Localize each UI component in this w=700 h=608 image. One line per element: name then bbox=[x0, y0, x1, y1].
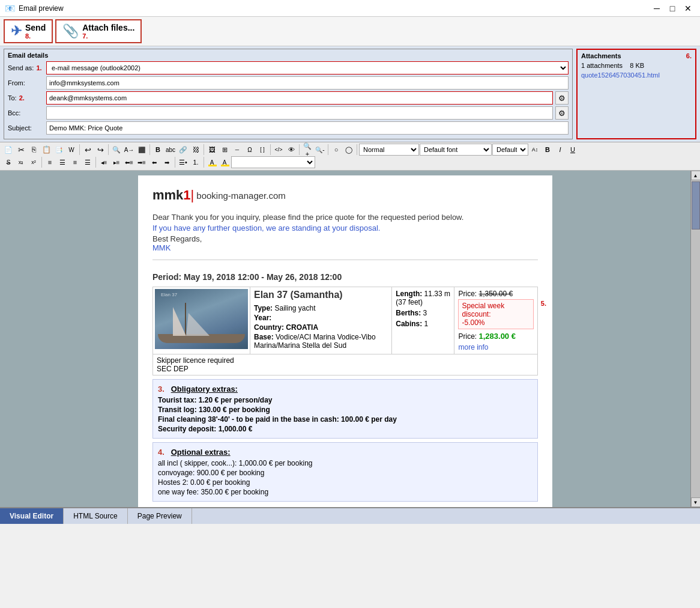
font-select[interactable]: Default font bbox=[420, 144, 492, 156]
tb-paste[interactable]: 📋 bbox=[40, 144, 52, 156]
tb-dir-rtl[interactable]: ➡ bbox=[161, 156, 173, 168]
length-row: Length: 11.33 m (37 feet) bbox=[396, 290, 450, 306]
attachment-file[interactable]: quote1526457030451.html bbox=[581, 71, 692, 79]
tb-zoomout[interactable]: 🔍- bbox=[314, 144, 326, 156]
tb-unlink[interactable]: ⛓ bbox=[190, 144, 202, 156]
style-dropdown-2[interactable] bbox=[231, 156, 315, 168]
skipper-text: Skipper licence required bbox=[157, 356, 534, 365]
tb-align-left[interactable]: ≡ bbox=[44, 156, 56, 168]
optional-header: 4. Optional extras: bbox=[158, 448, 533, 457]
style-select[interactable]: Normal bbox=[359, 144, 419, 156]
tb-i[interactable]: I bbox=[554, 144, 566, 156]
tb-img[interactable]: 🖼 bbox=[206, 144, 218, 156]
tb-dir-ltr[interactable]: ⬅ bbox=[148, 156, 160, 168]
tb-ol[interactable]: 1. bbox=[190, 156, 202, 168]
tb-link[interactable]: 🔗 bbox=[177, 144, 189, 156]
tb-indent-less[interactable]: ◂≡ bbox=[98, 156, 110, 168]
scroll-down-btn[interactable]: ▼ bbox=[691, 497, 701, 507]
tb-color[interactable]: A bbox=[206, 156, 218, 168]
close-button[interactable]: ✕ bbox=[681, 3, 695, 14]
inner-content: mmk 1 | booking-manager.com Dear Thank y… bbox=[138, 175, 552, 507]
tab-html-source[interactable]: HTML Source bbox=[64, 508, 128, 524]
tab-page-preview-label: Page Preview bbox=[137, 512, 182, 520]
tb-bold2[interactable]: B bbox=[152, 144, 164, 156]
mmk-link[interactable]: MMK bbox=[152, 243, 538, 252]
attachments-title: Attachments bbox=[581, 52, 621, 59]
tb-table[interactable]: ⊞ bbox=[219, 144, 231, 156]
price-label: Price: bbox=[458, 290, 478, 298]
tb-pasteword[interactable]: W bbox=[65, 144, 77, 156]
main-toolbar: ✈ Send 8. 📎 Attach files... 7. bbox=[0, 17, 700, 46]
send-as-select[interactable]: e-mail message (outlook2002) bbox=[46, 61, 569, 74]
skipper-cell: Skipper licence required SEC DEP bbox=[153, 354, 538, 375]
tb-new[interactable]: 📄 bbox=[2, 144, 14, 156]
tb-indent[interactable]: ➡≡ bbox=[136, 156, 148, 168]
bottom-tabs: Visual Editor HTML Source Page Preview bbox=[0, 507, 700, 524]
more-info-link[interactable]: more info bbox=[458, 343, 488, 351]
tb-circle2[interactable]: ◯ bbox=[343, 144, 355, 156]
editor-scroll[interactable]: mmk 1 | booking-manager.com Dear Thank y… bbox=[0, 171, 690, 507]
yacht-row: Elan 37 Elan 37 (Samantha) Type: Sailing… bbox=[153, 287, 538, 354]
tb-size-icon[interactable]: A↕ bbox=[529, 144, 541, 156]
attachments-size: 8 KB bbox=[630, 62, 644, 69]
bcc-gear-button[interactable]: ⚙ bbox=[555, 106, 569, 120]
tb-zoomin[interactable]: 🔍+ bbox=[301, 144, 313, 156]
tb-iframe[interactable]: [ ] bbox=[256, 144, 268, 156]
yacht-specs-cell: Length: 11.33 m (37 feet) Berths: 3 Cabi… bbox=[392, 287, 454, 354]
tb-sub[interactable]: x₂ bbox=[15, 156, 27, 168]
tb-special[interactable]: Ω bbox=[244, 144, 256, 156]
regards-text: Best Regards, bbox=[152, 234, 538, 243]
tb-align-center[interactable]: ☰ bbox=[56, 156, 68, 168]
tb-selectall[interactable]: ⬛ bbox=[136, 144, 148, 156]
tb-b[interactable]: B bbox=[542, 144, 554, 156]
minimize-button[interactable]: ─ bbox=[650, 3, 664, 14]
price-original: 1,350.00 € bbox=[478, 290, 513, 298]
base-label: Base: bbox=[254, 333, 274, 341]
tab-page-preview[interactable]: Page Preview bbox=[128, 508, 192, 524]
tb-cut[interactable]: ✂ bbox=[15, 144, 27, 156]
attach-button[interactable]: 📎 Attach files... 7. bbox=[55, 19, 142, 43]
security-deposit: Security deposit: 1,000.00 € bbox=[158, 425, 533, 433]
from-input bbox=[46, 76, 569, 90]
type-label: Type: bbox=[254, 304, 273, 312]
tb-ul[interactable]: ☰• bbox=[177, 156, 189, 168]
subject-input[interactable] bbox=[46, 121, 569, 135]
tb-replace[interactable]: A→ bbox=[123, 144, 135, 156]
tab-visual-editor[interactable]: Visual Editor bbox=[0, 508, 64, 524]
scrollbar-vertical[interactable]: ▲ ▼ bbox=[690, 171, 700, 507]
tb-outdent[interactable]: ⬅≡ bbox=[123, 156, 135, 168]
tb-undo[interactable]: ↩ bbox=[82, 144, 94, 156]
scroll-up-btn[interactable]: ▲ bbox=[691, 171, 701, 180]
attachments-panel: Attachments 6. 1 attachments 8 KB quote1… bbox=[576, 49, 696, 139]
tb-redo[interactable]: ↪ bbox=[94, 144, 106, 156]
scroll-thumb[interactable] bbox=[692, 181, 700, 230]
tb-preview[interactable]: 👁 bbox=[285, 144, 297, 156]
tb-pastetext[interactable]: 📑 bbox=[53, 144, 65, 156]
tb-u[interactable]: U bbox=[567, 144, 579, 156]
tb-sep2 bbox=[108, 144, 109, 155]
to-input[interactable] bbox=[46, 91, 553, 105]
tb-strikethrough[interactable]: S bbox=[2, 156, 14, 168]
tb-circle[interactable]: ○ bbox=[330, 144, 342, 156]
tb-source[interactable]: </> bbox=[273, 144, 285, 156]
send-button[interactable]: ✈ Send 8. bbox=[4, 19, 53, 43]
attachments-num: 6. bbox=[686, 52, 692, 59]
tb-copy[interactable]: ⎘ bbox=[28, 144, 40, 156]
tb-highlight[interactable]: A bbox=[219, 156, 231, 168]
bcc-input[interactable] bbox=[46, 106, 553, 120]
tb-align-right[interactable]: ≡ bbox=[69, 156, 81, 168]
tb-align-justify[interactable]: ☰ bbox=[82, 156, 94, 168]
tb-sep3 bbox=[149, 144, 150, 155]
tb-indent-more[interactable]: ▸≡ bbox=[110, 156, 122, 168]
tb-hr[interactable]: ─ bbox=[231, 144, 243, 156]
size-select[interactable]: Default... bbox=[492, 144, 528, 156]
tb-spell[interactable]: abc bbox=[164, 144, 177, 156]
skipper-row: Skipper licence required SEC DEP bbox=[153, 354, 538, 375]
obligatory-title: Obligatory extras: bbox=[171, 385, 238, 394]
app-icon: 📧 bbox=[5, 4, 15, 13]
to-gear-button[interactable]: ⚙ bbox=[555, 91, 569, 105]
tb-sup[interactable]: x² bbox=[28, 156, 40, 168]
annotation-5: 5. bbox=[541, 300, 546, 307]
tb-find[interactable]: 🔍 bbox=[110, 144, 122, 156]
maximize-button[interactable]: □ bbox=[665, 3, 680, 14]
